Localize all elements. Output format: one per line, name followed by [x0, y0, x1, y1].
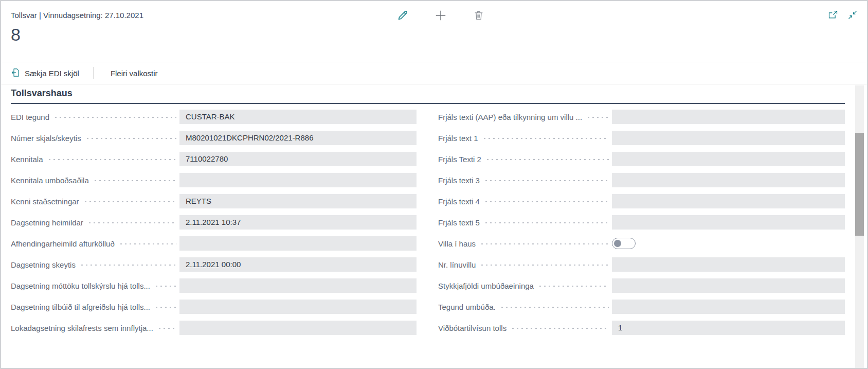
dotted-leader — [86, 215, 176, 230]
field-label: Frjáls texti 5 — [438, 218, 480, 227]
left-field-column: EDI tegund CUSTAR-BAK Númer skjals/skeyt… — [11, 110, 417, 342]
collapse-arrows-icon — [847, 10, 858, 22]
delete-trash-icon — [473, 10, 484, 23]
field-label: Frjáls texti 4 — [438, 197, 480, 206]
field-row: Lokadagsetning skilafrests sem innflytja… — [11, 321, 417, 335]
field-label: Lokadagsetning skilafrests sem innflytja… — [11, 324, 153, 332]
field-label: Viðbótartilvísun tolls — [438, 324, 507, 332]
field-value-box[interactable] — [612, 278, 845, 293]
field-value-box[interactable] — [612, 257, 845, 272]
dotted-leader — [481, 131, 609, 145]
add-plus-icon — [434, 9, 447, 24]
dotted-leader — [52, 110, 176, 124]
field-label: Frjáls texti (AAP) eða tilkynning um vil… — [438, 113, 582, 121]
field-row: Frjáls texti 4 — [438, 194, 845, 208]
delete-button[interactable] — [472, 9, 485, 23]
field-row: Afhendingarheimild afturkölluð — [11, 236, 417, 251]
field-row: Dagsetning tilbúið til afgreiðslu hjá to… — [11, 300, 417, 314]
scrollbar-thumb[interactable] — [855, 133, 864, 236]
field-label: Númer skjals/skeytis — [11, 134, 81, 143]
page-title: 8 — [11, 25, 21, 45]
edit-button[interactable] — [396, 9, 409, 23]
field-value-box[interactable] — [612, 300, 845, 314]
field-row: EDI tegund CUSTAR-BAK — [11, 110, 417, 124]
dotted-leader — [479, 257, 609, 272]
field-label: Kennitala umboðsaðila — [11, 176, 89, 185]
dotted-leader — [84, 131, 176, 145]
field-row: Dagsetning skeytis 2.11.2021 00:00 — [11, 257, 417, 272]
right-field-column: Frjáls texti (AAP) eða tilkynning um vil… — [438, 110, 845, 342]
field-value-box[interactable] — [612, 194, 845, 208]
dotted-leader — [79, 257, 176, 272]
dotted-leader — [46, 152, 176, 166]
field-value-box[interactable] — [179, 300, 417, 314]
field-row: Kennitala umboðsaðila — [11, 173, 417, 187]
action-label: Sækja EDI skjöl — [25, 69, 79, 78]
vertical-scrollbar[interactable] — [855, 85, 864, 368]
new-record-button[interactable] — [434, 9, 447, 23]
dotted-leader — [484, 152, 609, 166]
saekja-edi-skjol-button[interactable]: Sækja EDI skjöl — [11, 68, 79, 79]
field-value-box[interactable]: 2.11.2021 00:00 — [179, 257, 417, 272]
dotted-leader — [118, 236, 176, 251]
field-label: Dagsetning heimildar — [11, 218, 83, 227]
collapse-button[interactable] — [847, 10, 858, 21]
dotted-leader — [510, 321, 609, 335]
field-row: Nr. línuvillu — [438, 257, 845, 272]
field-row: Frjáls texti 3 — [438, 173, 845, 187]
window-actions — [828, 10, 858, 21]
field-value-box[interactable]: 7110022780 — [179, 152, 417, 166]
dotted-leader — [92, 173, 176, 187]
edit-pencil-icon — [396, 9, 409, 23]
field-value-box[interactable] — [179, 321, 417, 335]
field-value-box[interactable] — [179, 173, 417, 187]
card-content: Tollsvarshaus EDI tegund CUSTAR-BAK Núme… — [1, 84, 867, 342]
field-label: Kenni staðsetningar — [11, 197, 79, 206]
dotted-leader — [499, 300, 609, 314]
dotted-leader — [585, 110, 609, 124]
field-value-box[interactable]: CUSTAR-BAK — [179, 110, 417, 124]
field-row: Kennitala 7110022780 — [11, 152, 417, 166]
field-value-box[interactable] — [179, 236, 417, 251]
field-value-box[interactable]: REYTS — [179, 194, 417, 208]
dotted-leader — [483, 215, 609, 230]
field-row: Frjáls text 1 — [438, 131, 845, 145]
field-label: Frjáls text 1 — [438, 134, 478, 143]
field-row: Frjáls Texti 2 — [438, 152, 845, 166]
dotted-leader — [156, 321, 176, 335]
dotted-leader — [153, 278, 176, 293]
field-row: Dagsetning heimildar 2.11.2021 10:37 — [11, 215, 417, 230]
field-value-box[interactable] — [612, 152, 845, 166]
dotted-leader — [483, 173, 609, 187]
import-edi-document-icon — [11, 68, 20, 79]
field-row: Kenni staðsetningar REYTS — [11, 194, 417, 208]
tollsvar-card-window: Tollsvar | Vinnudagsetning: 27.10.2021 8 — [0, 0, 868, 369]
field-row: Frjáls texti (AAP) eða tilkynning um vil… — [438, 110, 845, 124]
field-label: Afhendingarheimild afturkölluð — [11, 239, 115, 248]
record-actions — [396, 9, 485, 23]
field-label: Tegund umbúða. — [438, 303, 496, 311]
field-row: Stykkjafjöldi umbúðaeininga — [438, 278, 845, 293]
field-value-box[interactable]: 1 — [612, 321, 845, 335]
field-row: Dagsetning móttöku tollskýrslu hjá tolls… — [11, 278, 417, 293]
field-label: Frjáls texti 3 — [438, 176, 480, 185]
field-value-box[interactable] — [612, 131, 845, 145]
field-label: Villa í haus — [438, 239, 476, 248]
toggle-area — [612, 238, 845, 249]
field-value-box[interactable] — [612, 173, 845, 187]
action-bar-divider — [93, 67, 94, 79]
field-columns: EDI tegund CUSTAR-BAK Númer skjals/skeyt… — [11, 110, 867, 342]
field-row: Viðbótartilvísun tolls 1 — [438, 321, 845, 335]
field-value-box[interactable]: 2.11.2021 10:37 — [179, 215, 417, 230]
fleiri-valkostir-button[interactable]: Fleiri valkostir — [111, 69, 158, 78]
field-value-box[interactable]: M80201021DKCPHRN02/2021-R886 — [179, 131, 417, 145]
field-value-box[interactable] — [612, 215, 845, 230]
toggle-knob — [614, 240, 621, 247]
dotted-leader — [483, 194, 609, 208]
villa-i-haus-toggle[interactable] — [612, 238, 636, 249]
dotted-leader — [82, 194, 176, 208]
field-value-box[interactable] — [179, 278, 417, 293]
field-label: Dagsetning skeytis — [11, 260, 76, 269]
field-value-box[interactable] — [612, 110, 845, 124]
open-in-new-window-button[interactable] — [828, 10, 838, 21]
